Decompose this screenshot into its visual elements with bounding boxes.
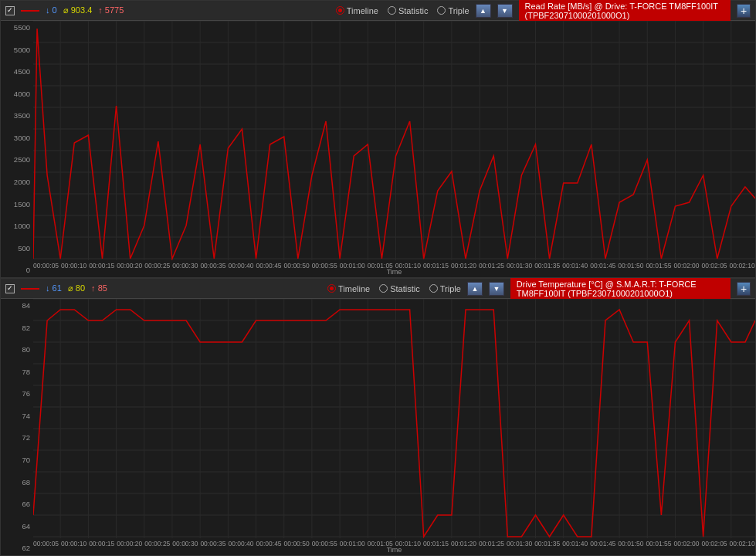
radio2-dot-statistic [379,284,388,293]
panel2-x-label: Time [387,546,402,554]
panel1-nav-down[interactable]: ▼ [497,4,513,18]
panel2-nav-down[interactable]: ▼ [489,282,504,296]
radio-dot-timeline [336,6,344,15]
panel2-title: Drive Temperature [°C] @ S.M.A.R.T: T-FO… [517,280,724,298]
panel2-legend-line [21,288,39,290]
panel2-svg [33,299,755,538]
radio-dot-triple [437,6,446,15]
panel2-stat-avg: ⌀ 80 [68,283,85,293]
radio2-dot-timeline [327,284,336,293]
panel1-plot [33,21,755,260]
radio2-dot-triple [429,284,438,293]
checkbox-icon[interactable]: ✓ [5,6,15,15]
panel1-nav-up[interactable]: ▲ [476,4,491,18]
panel1-radio-timeline[interactable]: Timeline [336,6,378,15]
panel1-header: ✓ ↓ 0 ⌀ 903.4 ↑ 5775 Timeline Statistic … [1,1,755,21]
checkbox2-icon[interactable]: ✓ [5,284,15,293]
panel2-stats: ↓ 61 ⌀ 80 ↑ 85 [46,283,107,293]
panel-read-rate: ✓ ↓ 0 ⌀ 903.4 ↑ 5775 Timeline Statistic … [0,0,756,278]
panel1-checkbox[interactable]: ✓ [5,6,15,15]
panel2-radio-timeline[interactable]: Timeline [327,284,370,293]
panel2-stat-up: ↑ 85 [91,283,107,293]
panel2-chart-area: 84 82 80 78 76 74 72 70 68 66 64 62 [1,299,755,555]
panel2-y-axis: 84 82 80 78 76 74 72 70 68 66 64 62 [1,299,33,555]
panel2-header: ✓ ↓ 61 ⌀ 80 ↑ 85 Timeline Statistic Trip… [1,279,755,299]
panel1-svg [33,21,755,260]
panel1-stat-up: ↑ 5775 [98,5,124,15]
panel2-checkbox[interactable]: ✓ [5,284,15,293]
panel2-x-axis: 00:00:05 00:00:10 00:00:15 00:00:20 00:0… [33,538,755,555]
panel1-x-axis: 00:00:05 00:00:10 00:00:15 00:00:20 00:0… [33,260,755,277]
panel1-radio-statistic[interactable]: Statistic [388,6,429,15]
radio-dot-statistic [388,6,396,15]
panel1-radio-group: Timeline Statistic Triple [336,6,470,15]
panel1-title: Read Rate [MB/s] @ Drive: T-FORCE TM8FF1… [525,2,724,20]
panel2-radio-group: Timeline Statistic Triple [327,284,461,293]
panel2-title-bar: Drive Temperature [°C] @ S.M.A.R.T: T-FO… [510,278,731,300]
panel2-radio-triple[interactable]: Triple [429,284,461,293]
panel1-legend-line [21,10,39,12]
panel1-chart-area: 5500 5000 4500 4000 3500 3000 2500 2000 … [1,21,755,277]
panel2-nav-up[interactable]: ▲ [467,282,483,296]
panel-temperature: ✓ ↓ 61 ⌀ 80 ↑ 85 Timeline Statistic Trip… [0,278,756,556]
panel1-stat-avg: ⌀ 903.4 [63,5,93,15]
panel1-title-bar: Read Rate [MB/s] @ Drive: T-FORCE TM8FF1… [519,0,731,22]
panel1-add-btn[interactable]: + [737,4,751,18]
panel2-plot [33,299,755,538]
panel1-stats: ↓ 0 ⌀ 903.4 ↑ 5775 [46,5,124,15]
panel1-x-label: Time [387,268,402,276]
panel2-stat-down: ↓ 61 [46,283,62,293]
panel1-stat-down: ↓ 0 [46,5,57,15]
panel1-y-axis: 5500 5000 4500 4000 3500 3000 2500 2000 … [1,21,33,277]
panel2-add-btn[interactable]: + [737,282,751,296]
panel2-radio-statistic[interactable]: Statistic [379,284,420,293]
panel1-radio-triple[interactable]: Triple [437,6,469,15]
